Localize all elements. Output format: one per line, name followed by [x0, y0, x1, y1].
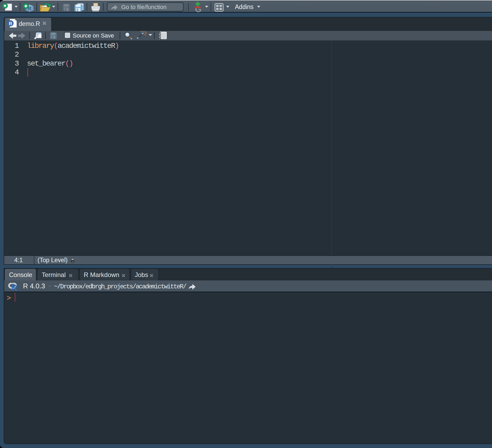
- svg-text:R: R: [9, 21, 12, 26]
- svg-text:R: R: [11, 283, 17, 292]
